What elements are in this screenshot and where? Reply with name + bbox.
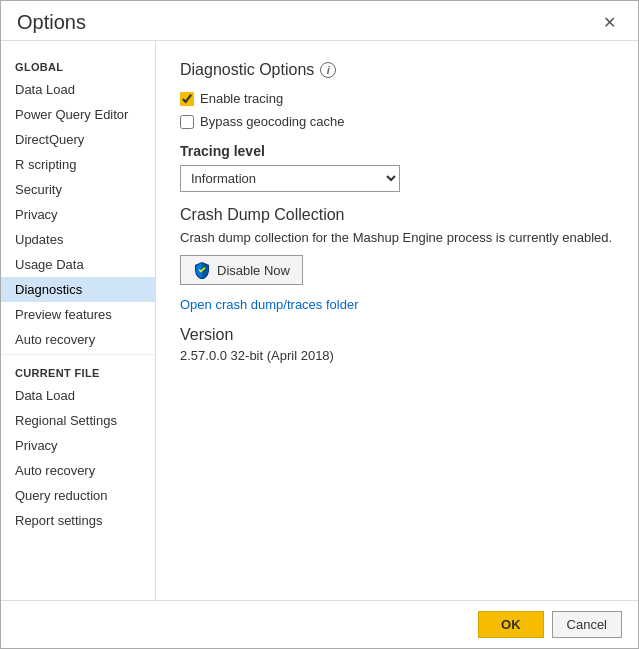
sidebar-item-auto-recovery-global[interactable]: Auto recovery bbox=[1, 327, 155, 352]
tracing-level-select[interactable]: Information Verbose Warning Error bbox=[180, 165, 400, 192]
tracing-level-select-row: Information Verbose Warning Error bbox=[180, 165, 614, 192]
sidebar-item-cf-regional-settings[interactable]: Regional Settings bbox=[1, 408, 155, 433]
disable-now-label: Disable Now bbox=[217, 263, 290, 278]
cancel-button[interactable]: Cancel bbox=[552, 611, 622, 638]
bypass-geocoding-label: Bypass geocoding cache bbox=[200, 114, 345, 129]
dialog-footer: OK Cancel bbox=[1, 600, 638, 648]
current-file-section-label: CURRENT FILE bbox=[1, 357, 155, 383]
sidebar-divider bbox=[1, 354, 155, 355]
sidebar-item-updates[interactable]: Updates bbox=[1, 227, 155, 252]
ok-button[interactable]: OK bbox=[478, 611, 544, 638]
enable-tracing-row: Enable tracing bbox=[180, 91, 614, 106]
enable-tracing-label: Enable tracing bbox=[200, 91, 283, 106]
sidebar-item-direct-query[interactable]: DirectQuery bbox=[1, 127, 155, 152]
sidebar-item-usage-data[interactable]: Usage Data bbox=[1, 252, 155, 277]
info-icon: i bbox=[320, 62, 336, 78]
open-folder-link[interactable]: Open crash dump/traces folder bbox=[180, 297, 614, 312]
global-section-label: GLOBAL bbox=[1, 51, 155, 77]
disable-now-button[interactable]: Disable Now bbox=[180, 255, 303, 285]
sidebar-item-privacy[interactable]: Privacy bbox=[1, 202, 155, 227]
version-title: Version bbox=[180, 326, 614, 344]
sidebar-item-cf-privacy[interactable]: Privacy bbox=[1, 433, 155, 458]
diagnostic-options-title: Diagnostic Options i bbox=[180, 61, 614, 79]
close-button[interactable]: ✕ bbox=[597, 13, 622, 33]
shield-icon bbox=[193, 261, 211, 279]
crash-dump-title: Crash Dump Collection bbox=[180, 206, 614, 224]
sidebar: GLOBAL Data Load Power Query Editor Dire… bbox=[1, 41, 156, 600]
sidebar-item-preview-features[interactable]: Preview features bbox=[1, 302, 155, 327]
sidebar-item-power-query-editor[interactable]: Power Query Editor bbox=[1, 102, 155, 127]
title-bar: Options ✕ bbox=[1, 1, 638, 40]
sidebar-item-r-scripting[interactable]: R scripting bbox=[1, 152, 155, 177]
dialog-title: Options bbox=[17, 11, 86, 34]
sidebar-item-cf-report-settings[interactable]: Report settings bbox=[1, 508, 155, 533]
sidebar-item-cf-query-reduction[interactable]: Query reduction bbox=[1, 483, 155, 508]
enable-tracing-checkbox[interactable] bbox=[180, 92, 194, 106]
crash-dump-description: Crash dump collection for the Mashup Eng… bbox=[180, 230, 614, 245]
sidebar-item-security[interactable]: Security bbox=[1, 177, 155, 202]
sidebar-item-cf-data-load[interactable]: Data Load bbox=[1, 383, 155, 408]
bypass-geocoding-checkbox[interactable] bbox=[180, 115, 194, 129]
sidebar-item-cf-auto-recovery[interactable]: Auto recovery bbox=[1, 458, 155, 483]
tracing-level-title: Tracing level bbox=[180, 143, 614, 159]
version-text: 2.57.0.0 32-bit (April 2018) bbox=[180, 348, 614, 363]
sidebar-item-data-load[interactable]: Data Load bbox=[1, 77, 155, 102]
sidebar-item-diagnostics[interactable]: Diagnostics bbox=[1, 277, 155, 302]
dialog-body: GLOBAL Data Load Power Query Editor Dire… bbox=[1, 40, 638, 600]
bypass-geocoding-row: Bypass geocoding cache bbox=[180, 114, 614, 129]
options-dialog: Options ✕ GLOBAL Data Load Power Query E… bbox=[0, 0, 639, 649]
main-content: Diagnostic Options i Enable tracing Bypa… bbox=[156, 41, 638, 600]
